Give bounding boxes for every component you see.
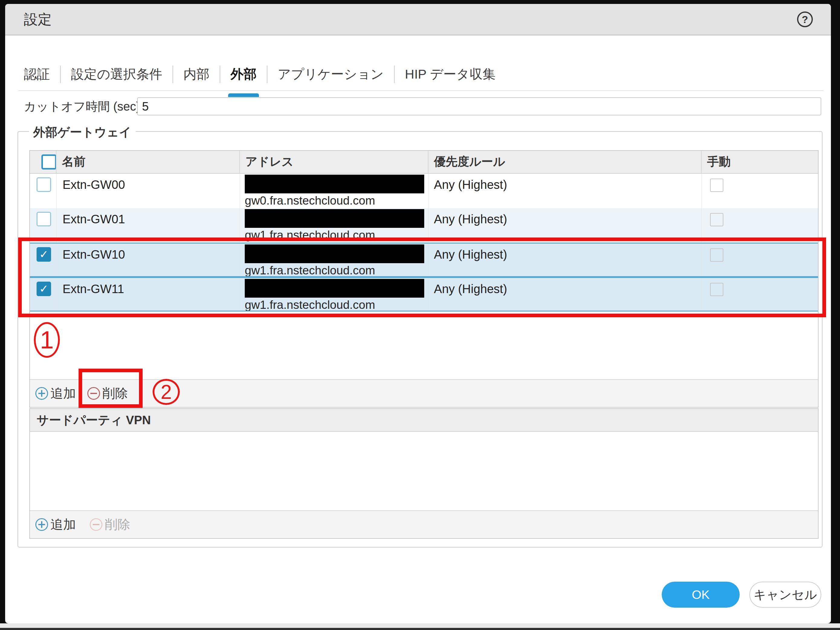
plus-circle-icon [35,518,48,531]
header-name: 名前 [57,151,240,173]
minus-circle-icon [87,387,100,400]
third-party-vpn-table: サードパーティ VPN 追加 削除 [29,408,819,539]
select-all-checkbox[interactable] [41,155,57,169]
gateway-name: Extn-GW10 [57,243,240,276]
manual-checkbox[interactable] [710,213,723,226]
external-gateways-toolbar: 追加 削除 [30,379,818,407]
add-vpn-button[interactable]: 追加 [33,516,78,533]
tab-hip-data-collection[interactable]: HIP データ収集 [394,66,506,83]
page-background: 設定 ? 認証 設定の選択条件 内部 外部 アプリケーション HIP データ収集… [0,0,840,630]
table-row-extn-gw11[interactable]: ✓ Extn-GW11 gw1.fra.nstechcloud.com Any … [30,277,818,311]
header-priority: 優先度ルール [428,151,702,173]
table-row-extn-gw01[interactable]: Extn-GW01 gw1.fra.nstechcloud.com Any (H… [30,208,818,243]
row-checkbox-checked[interactable]: ✓ [36,282,51,296]
gateway-name: Extn-GW11 [57,278,240,311]
settings-dialog: 設定 ? 認証 設定の選択条件 内部 外部 アプリケーション HIP データ収集… [5,4,831,623]
external-gateways-table: 名前 アドレス 優先度ルール 手動 Extn-GW00 gw0.fra.nste… [29,150,819,407]
row-checkbox-checked[interactable]: ✓ [36,247,51,262]
redacted-address [245,209,424,228]
manual-checkbox[interactable] [710,283,723,296]
gateway-name: Extn-GW00 [57,174,240,208]
tab-bar: 認証 設定の選択条件 内部 外部 アプリケーション HIP データ収集 [24,63,506,85]
gateway-fqdn: gw1.fra.nstechcloud.com [245,298,428,311]
table-row-extn-gw00[interactable]: Extn-GW00 gw0.fra.nstechcloud.com Any (H… [30,174,818,208]
gateway-priority: Any (Highest) [428,278,702,311]
delete-vpn-button-disabled: 削除 [87,516,133,533]
add-gateway-button[interactable]: 追加 [33,385,78,402]
redacted-address [245,175,424,193]
external-gateways-legend: 外部ゲートウェイ [29,124,136,141]
tab-authentication[interactable]: 認証 [24,66,60,83]
redacted-address [245,279,424,298]
gateway-priority: Any (Highest) [428,243,702,276]
help-icon[interactable]: ? [797,11,813,27]
page-bottom-strip [0,623,840,628]
gateway-name: Extn-GW01 [57,208,240,243]
cancel-button[interactable]: キャンセル [749,582,821,608]
tab-external[interactable]: 外部 [219,66,267,83]
header-manual: 手動 [702,151,818,173]
tab-application[interactable]: アプリケーション [267,66,394,83]
header-select-cell [30,151,57,173]
manual-checkbox[interactable] [710,248,723,262]
third-party-vpn-body [30,432,818,510]
third-party-vpn-toolbar: 追加 削除 [30,510,818,538]
toolbar-separator [81,385,82,401]
tab-internal[interactable]: 内部 [172,66,219,83]
row-checkbox[interactable] [36,177,51,192]
cutoff-time-label: カットオフ時間 (sec) [24,97,140,115]
page-title: 設定 [24,4,52,35]
gateway-fqdn: gw0.fra.nstechcloud.com [245,194,428,207]
delete-gateway-button[interactable]: 削除 [85,385,130,402]
page-bottom-bar [0,628,840,630]
external-gateways-fieldset: 外部ゲートウェイ 名前 アドレス 優先度ルール 手動 Extn-GW00 [17,131,823,548]
gateway-priority: Any (Highest) [428,174,702,208]
gateway-fqdn: gw1.fra.nstechcloud.com [245,264,428,276]
table-row-extn-gw10[interactable]: ✓ Extn-GW10 gw1.fra.nstechcloud.com Any … [30,243,818,277]
tab-config-selection-criteria[interactable]: 設定の選択条件 [60,66,172,83]
table-header-row: 名前 アドレス 優先度ルール 手動 [30,151,818,174]
redacted-address [245,245,424,263]
tab-bar-divider [19,90,823,91]
cutoff-time-input[interactable] [137,97,821,115]
gateway-priority: Any (Highest) [428,208,702,243]
gateway-fqdn: gw1.fra.nstechcloud.com [245,229,428,242]
manual-checkbox[interactable] [710,178,723,192]
dialog-titlebar: 設定 ? [5,4,831,35]
row-checkbox[interactable] [36,212,51,226]
minus-circle-icon [90,518,103,531]
third-party-vpn-header: サードパーティ VPN [30,409,818,432]
plus-circle-icon [35,387,48,400]
ok-button[interactable]: OK [662,582,740,608]
header-address: アドレス [240,151,428,173]
table-body: Extn-GW00 gw0.fra.nstechcloud.com Any (H… [30,174,818,379]
